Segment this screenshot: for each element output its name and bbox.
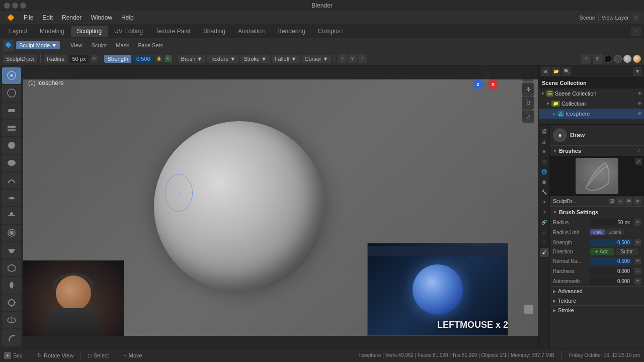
tab-animation[interactable]: Animation (232, 26, 271, 37)
prop-output-icon[interactable]: 🖨 (540, 137, 549, 146)
prop-particles-icon[interactable]: ✦ (540, 198, 549, 207)
brush-settings-header[interactable]: ▼ Brush Settings ⋯ (550, 207, 644, 217)
stroke-dropdown[interactable]: Stroke ▼ (240, 55, 270, 63)
scale-gizmo-btn[interactable]: ⤢ (522, 111, 534, 123)
eye-icon2[interactable]: 👁 (637, 101, 642, 106)
rp-icon2[interactable]: 📂 (551, 67, 560, 76)
brush-close-icon[interactable]: ✕ (634, 198, 641, 205)
brushes-header[interactable]: ▼ Brushes ⤢ (550, 146, 644, 156)
grab-tool[interactable] (2, 295, 21, 311)
shade-wireframe[interactable] (604, 55, 612, 63)
hardness-val[interactable]: 0.000 (590, 267, 632, 275)
tab-shading[interactable]: Shading (197, 26, 231, 37)
eye-icon3[interactable]: 👁 (637, 111, 642, 116)
y-axis-btn[interactable]: Y (348, 54, 357, 63)
strength-label-btn[interactable]: Strength (104, 55, 131, 63)
x-axis-ball[interactable]: X (488, 79, 498, 89)
maximize-button[interactable] (20, 3, 26, 9)
prop-modifier-icon[interactable]: 🔧 (540, 188, 549, 197)
strength-add-icon[interactable]: + (165, 55, 172, 62)
prop-physics-icon[interactable]: ⚛ (540, 208, 549, 217)
radius-value[interactable]: 50 px (69, 55, 89, 63)
radius-prop-val[interactable]: 50 px (590, 219, 632, 226)
stroke-header[interactable]: ▶ Stroke (550, 306, 644, 315)
normal-ra-val[interactable]: 0.500 (590, 257, 632, 265)
direction-sub-btn[interactable]: Subtr (616, 248, 638, 255)
prop-brush-icon[interactable]: 🖌 (540, 248, 549, 257)
shade-material[interactable] (623, 55, 631, 63)
select-item[interactable]: □ Select (88, 352, 109, 358)
advanced-header[interactable]: ▶ Advanced (550, 287, 644, 296)
mask-tab[interactable]: Mask (112, 41, 133, 49)
prop-object-icon[interactable]: ▣ (540, 177, 549, 187)
sculpt-tab[interactable]: Sculpt (88, 41, 111, 49)
fill-tool[interactable] (2, 225, 21, 241)
shade-rendered[interactable] (633, 55, 641, 63)
texture-header[interactable]: ▶ Texture (550, 296, 644, 305)
gizmo-btn[interactable]: ⊞ (593, 54, 603, 64)
menu-blender[interactable]: 🔶 (3, 13, 19, 22)
unit-scene-btn[interactable]: Scene (606, 229, 624, 235)
minimize-button[interactable] (12, 3, 18, 9)
radius-label-btn[interactable]: Radius (44, 55, 67, 63)
menu-help[interactable]: Help (117, 13, 138, 22)
radius-edit-icon[interactable]: ✏ (91, 55, 98, 62)
x-axis-btn[interactable]: X (338, 54, 347, 63)
pinch-tool[interactable] (2, 277, 21, 294)
brush-dropdown[interactable]: Brush ▼ (178, 55, 206, 63)
prop-material-icon[interactable]: ○ (540, 238, 549, 247)
menu-render[interactable]: Render (58, 13, 86, 22)
direction-add-btn[interactable]: + Add (590, 248, 614, 255)
draw-sharp-tool[interactable] (2, 85, 21, 102)
eye-icon[interactable]: 👁 (637, 91, 642, 96)
snake-hook-tool[interactable] (2, 329, 21, 346)
flatten-tool[interactable] (2, 207, 21, 224)
draw-tool[interactable] (2, 67, 21, 84)
tab-layout[interactable]: Layout (3, 26, 33, 37)
clay-tool[interactable] (2, 103, 21, 119)
outliner-icosphere[interactable]: ▶ △ Icosphere 👁 (539, 109, 644, 119)
autosmooth-edit[interactable]: ✏ (634, 278, 641, 285)
falloff-dropdown[interactable]: Falloff ▼ (272, 55, 300, 63)
smooth-tool[interactable] (2, 190, 21, 206)
bs-expand[interactable]: ⋯ (636, 210, 641, 215)
viewport[interactable]: User Perspective (1) Icosphere X Y Z 🎥 👁… (23, 65, 538, 348)
brush-check-icon[interactable]: ✓ (617, 198, 624, 205)
menu-edit[interactable]: Edit (38, 13, 57, 22)
brush-copy-icon[interactable]: ⧉ (625, 198, 632, 205)
rotate-view-item[interactable]: ↻ Rotate View (37, 352, 73, 358)
add-workspace-button[interactable]: + (631, 27, 641, 36)
autosmooth-val[interactable]: 0.000 (590, 278, 632, 285)
unit-view-btn[interactable]: View (590, 229, 605, 235)
strength-edit-btn[interactable]: ✏ (634, 239, 641, 246)
scrape-tool[interactable] (2, 242, 21, 259)
normal-ra-edit[interactable]: ✏ (634, 258, 641, 264)
z-axis-btn[interactable]: Z (358, 54, 367, 63)
prop-render-icon[interactable]: 🎬 (540, 127, 549, 136)
radius-edit-btn[interactable]: ✏ (634, 219, 641, 226)
texture-dropdown[interactable]: Texture ▼ (207, 55, 238, 63)
close-button[interactable] (4, 3, 10, 9)
outliner-scene-collection[interactable]: ▼ ☰ Scene Collection 👁 (539, 88, 644, 99)
strength-prop-val[interactable]: 0.500 (590, 239, 632, 246)
inflate-tool[interactable] (2, 137, 21, 154)
scene-icon[interactable]: ⬡ (632, 13, 641, 22)
shade-solid[interactable] (614, 55, 622, 63)
z-axis-ball[interactable]: Z (473, 79, 483, 89)
mode-icon[interactable]: 🔷 (3, 40, 14, 51)
tab-compositing[interactable]: Compos+ (312, 26, 350, 37)
tab-sculpting[interactable]: Sculpting (71, 26, 108, 37)
face-sets-tab[interactable]: Face Sets (134, 41, 168, 49)
filter-icon[interactable]: ▼ (633, 67, 642, 76)
rp-icon1[interactable]: ⊞ (541, 67, 550, 76)
menu-window[interactable]: Window (87, 13, 116, 22)
clay-strips-tool[interactable] (2, 120, 21, 136)
elastic-deform-tool[interactable] (2, 312, 21, 329)
brushes-expand-icon[interactable]: ⤢ (637, 148, 641, 153)
rp-icon3[interactable]: 🔍 (562, 67, 571, 76)
outliner-collection[interactable]: ▼ 📁 Collection 👁 (539, 99, 644, 109)
move-gizmo-btn[interactable]: ✛ (522, 83, 534, 96)
multiplane-tool[interactable] (2, 259, 21, 276)
tab-uv-editing[interactable]: UV Editing (108, 26, 149, 37)
tab-modeling[interactable]: Modeling (34, 26, 70, 37)
